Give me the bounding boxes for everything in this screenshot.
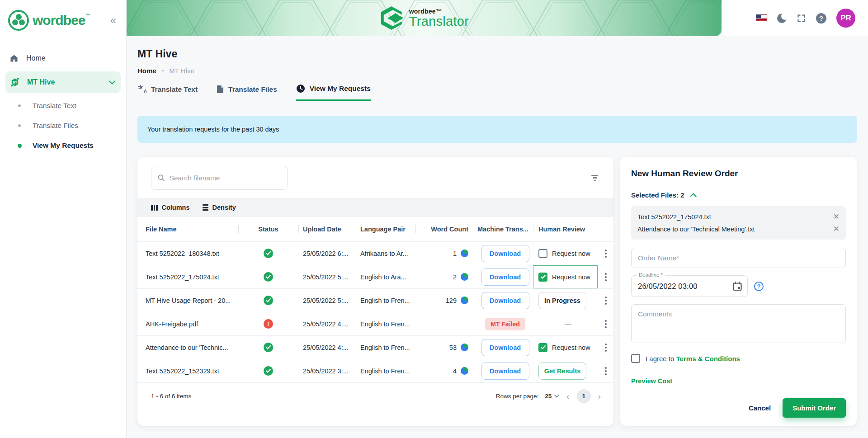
request-now-checkbox[interactable]: [538, 249, 547, 258]
selected-files-box: Text 5252022_175024.txt✕Attendance to ou…: [631, 206, 846, 240]
column-header-word-count[interactable]: Word Count: [415, 217, 476, 241]
table-row: Attendance to our 'Technic...25/05/2022 …: [137, 335, 613, 359]
remove-file-icon[interactable]: ✕: [833, 225, 840, 233]
deadline-help-icon[interactable]: ?: [754, 282, 764, 291]
tab-view-my-requests[interactable]: View My Requests: [296, 84, 371, 101]
word-count-value: 4: [453, 367, 457, 375]
sidebar-collapse-icon[interactable]: «: [110, 15, 118, 26]
bullet-icon: [18, 104, 21, 107]
sidebar-item-label: MT Hive: [27, 78, 55, 86]
word-count-value: 53: [449, 344, 457, 351]
tab-label: Translate Files: [228, 85, 277, 94]
row-actions-cell: [598, 359, 613, 382]
sidebar-item-label: View My Requests: [33, 141, 94, 150]
status-cell: !: [238, 312, 298, 335]
sidebar-item-label: Translate Files: [33, 122, 78, 130]
remove-file-icon[interactable]: ✕: [833, 213, 840, 221]
request-now-checkbox[interactable]: [538, 273, 547, 282]
current-page-button[interactable]: 1: [577, 389, 591, 403]
page-title: MT Hive: [137, 48, 177, 60]
sidebar-item-mt-hive[interactable]: MT MT Hive: [5, 71, 121, 93]
columns-button[interactable]: Columns: [151, 204, 190, 211]
download-button[interactable]: Download: [481, 292, 529, 309]
row-menu-icon[interactable]: [603, 271, 609, 283]
comments-textarea[interactable]: [631, 304, 846, 343]
tab-label: View My Requests: [310, 85, 371, 93]
next-page-icon[interactable]: ›: [597, 391, 602, 401]
word-count-value: 2: [453, 273, 457, 281]
status-cell: [238, 242, 298, 265]
chevron-down-icon: [554, 395, 559, 398]
upload-date-cell: 25/05/2022 4:...: [298, 312, 356, 335]
row-menu-icon[interactable]: [603, 341, 609, 354]
density-button[interactable]: Density: [203, 204, 236, 211]
table-row: Text 5252022_180348.txt25/05/2022 6:...A…: [137, 241, 613, 265]
in-progress-button[interactable]: In Progress: [538, 292, 586, 309]
columns-label: Columns: [162, 204, 190, 211]
row-menu-icon[interactable]: [603, 365, 609, 377]
preview-cost-link[interactable]: Preview Cost: [631, 377, 846, 385]
row-menu-icon[interactable]: [603, 318, 609, 330]
sidebar-item-view-my-requests[interactable]: View My Requests: [0, 136, 126, 155]
sidebar-item-translate-text[interactable]: Translate Text: [0, 96, 126, 116]
download-button[interactable]: Download: [481, 268, 529, 286]
download-button[interactable]: Download: [481, 363, 529, 380]
machine-translation-cell: Download: [476, 359, 533, 382]
order-panel-title: New Human Review Order: [631, 169, 846, 179]
row-menu-icon[interactable]: [603, 294, 609, 307]
language-pair-cell: English to Fren...: [356, 359, 415, 382]
order-name-input[interactable]: [631, 248, 846, 268]
previous-page-icon[interactable]: ‹: [566, 391, 570, 401]
human-review-cell: Request now: [533, 336, 598, 359]
download-button[interactable]: Download: [481, 245, 529, 262]
word-count-pie-icon: [461, 273, 468, 281]
row-menu-icon[interactable]: [603, 247, 609, 260]
terms-link[interactable]: Terms & Conditions: [676, 355, 740, 363]
cancel-button[interactable]: Cancel: [749, 404, 771, 412]
request-now-label: Request now: [552, 250, 590, 257]
status-cell: [238, 359, 298, 382]
terms-checkbox[interactable]: [631, 354, 640, 363]
calendar-icon[interactable]: [733, 282, 742, 291]
row-actions-cell: [598, 312, 613, 335]
sidebar-item-home[interactable]: Home: [0, 48, 126, 69]
dark-mode-icon[interactable]: [777, 14, 787, 23]
search-input[interactable]: [169, 174, 281, 182]
column-header-status[interactable]: Status: [238, 217, 298, 241]
svg-text:A: A: [144, 89, 147, 94]
breadcrumb-home[interactable]: Home: [137, 67, 156, 75]
language-flag-icon[interactable]: [756, 14, 767, 22]
selected-file-item: Text 5252022_175024.txt✕: [637, 211, 840, 223]
search-box[interactable]: [151, 166, 288, 190]
no-review-dash: —: [565, 312, 571, 335]
density-icon: [203, 204, 208, 211]
chevron-up-icon[interactable]: [690, 193, 697, 197]
tab-translate-files[interactable]: Translate Files: [217, 84, 277, 101]
brand-name: wordbee™: [33, 13, 90, 28]
column-header-language-pair[interactable]: Language Pair: [356, 217, 415, 241]
selected-file-name: Attendance to our 'Technical Meeting'.tx…: [637, 226, 755, 233]
column-header-machine-trans[interactable]: Machine Trans...: [476, 217, 533, 241]
tab-label: Translate Text: [151, 85, 198, 94]
deadline-field[interactable]: Deadline * 26/05/2022 03:00: [631, 275, 748, 297]
word-count-value: 1: [453, 250, 457, 257]
rows-per-page-select[interactable]: 25: [545, 393, 559, 400]
request-now-checkbox[interactable]: [538, 343, 547, 352]
get-results-button[interactable]: Get Results: [538, 363, 586, 380]
submit-order-button[interactable]: Submit Order: [783, 398, 846, 418]
chevron-down-icon: [109, 78, 115, 86]
sidebar-item-translate-files[interactable]: Translate Files: [0, 116, 126, 136]
machine-translation-cell: Download: [476, 265, 533, 288]
column-header-human-review[interactable]: Human Review: [533, 217, 598, 241]
human-review-cell: Get Results: [533, 359, 598, 382]
tab-translate-text[interactable]: A Translate Text: [137, 84, 198, 101]
help-icon[interactable]: ?: [816, 13, 826, 24]
selected-file-name: Text 5252022_175024.txt: [637, 213, 711, 221]
column-header-upload-date[interactable]: Upload Date: [298, 217, 356, 241]
fullscreen-icon[interactable]: [797, 14, 806, 23]
avatar[interactable]: PR: [836, 9, 855, 28]
search-icon: [158, 174, 165, 182]
filter-icon[interactable]: [589, 172, 601, 184]
column-header-file-name[interactable]: File Name: [137, 217, 238, 241]
download-button[interactable]: Download: [481, 339, 529, 356]
